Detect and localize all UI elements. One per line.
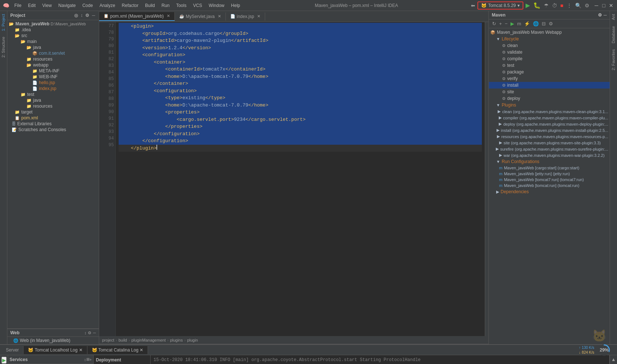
menu-view[interactable]: View	[39, 2, 55, 9]
tab-indexjsp-close[interactable]: ✕	[257, 14, 260, 19]
debug-icon-btn[interactable]: ⬅	[470, 2, 476, 9]
maven-install[interactable]: ⚙ install	[489, 82, 610, 89]
maven-rc-tomcat[interactable]: m Maven_javaWeb [tomcat:run] (tomcat:run…	[489, 183, 610, 188]
search-everywhere-button[interactable]: 🔍	[574, 2, 582, 9]
menu-tools[interactable]: Tools	[173, 2, 190, 9]
maven-plugin-site[interactable]: ▶ site (org.apache.maven.plugins:maven-s…	[489, 140, 610, 146]
maven-site[interactable]: ⚙ site	[489, 89, 610, 95]
maven-package[interactable]: ⚙ package	[489, 69, 610, 75]
tree-item-src[interactable]: 📂 src	[7, 33, 99, 39]
tree-item-pomxml[interactable]: 📋 pom.xml	[7, 115, 99, 121]
settings-button[interactable]: ⚙	[584, 2, 591, 9]
menu-file[interactable]: File	[11, 2, 24, 9]
services-tree-add-btn[interactable]: +	[90, 357, 92, 362]
maven-rc-cargo[interactable]: m Maven_javaWeb [cargo:start] (cargo:sta…	[489, 165, 610, 171]
bottom-tab-tomcat-catalina[interactable]: 🐱 Tomcat Catalina Log ✕	[87, 346, 148, 354]
services-run-btn[interactable]: ▶	[1, 357, 7, 364]
maven-plugin-install[interactable]: ▶ install (org.apache.maven.plugins:mave…	[489, 127, 610, 133]
stop-button[interactable]: ■	[559, 2, 564, 9]
code-editor[interactable]: <plugin> <groupId>org.codehaus.cargo</gr…	[116, 22, 485, 336]
sidebar-tab-database[interactable]: Database	[610, 23, 617, 46]
more-button[interactable]: ⋮	[566, 2, 573, 9]
tree-item-idea[interactable]: 📁 .idea	[7, 27, 99, 33]
maven-runconfigs-group[interactable]: ▼ Run Configurations	[489, 158, 610, 165]
maven-plugin-clean[interactable]: ▶ clean (org.apache.maven.plugins:maven-…	[489, 108, 610, 115]
maven-plugin-resources[interactable]: ▶ resources (org.apache.maven.plugins:ma…	[489, 133, 610, 140]
project-locate-icon[interactable]: ◎	[73, 12, 79, 18]
tree-item-scratches[interactable]: 📝 Scratches and Consoles	[7, 127, 99, 133]
tab-indexjsp[interactable]: 📄 index.jsp ✕	[226, 12, 265, 21]
menu-vcs[interactable]: VCS	[190, 2, 205, 9]
tree-item-root[interactable]: 📂 Maven_javaWeb D:\Maven_javaWeb	[7, 21, 99, 27]
maven-deploy[interactable]: ⚙ deploy	[489, 95, 610, 102]
maven-refresh-btn[interactable]: ↻	[491, 21, 497, 27]
maven-settings-btn[interactable]: ⚙	[548, 21, 554, 27]
coverage-button[interactable]: ☂	[543, 2, 550, 9]
menu-window[interactable]: Window	[206, 2, 227, 9]
tab-pomxml[interactable]: 📋 pom.xml (Maven_javaWeb) ✕	[99, 12, 175, 21]
maven-collapse-btn[interactable]: ⊟	[541, 21, 547, 27]
maven-close-icon[interactable]: ─	[603, 12, 607, 18]
profile-button[interactable]: ⏱	[551, 2, 558, 9]
menu-run[interactable]: Run	[159, 2, 173, 9]
tree-item-web-item[interactable]: 🌐 Web (in Maven_javaWeb)	[9, 338, 97, 343]
maven-run-configs-btn[interactable]: m	[516, 21, 522, 27]
maven-rc-tomcat7[interactable]: m Maven_javaWeb [tomcat7:run] (tomcat7:r…	[489, 177, 610, 183]
menu-build[interactable]: Build	[142, 2, 158, 9]
tree-item-main[interactable]: 📂 main	[7, 39, 99, 44]
maven-plugin-war[interactable]: ▶ war (org.apache.maven.plugins:maven-wa…	[489, 152, 610, 158]
tree-item-test-java[interactable]: 📁 java	[7, 97, 99, 103]
maven-skip-tests-btn[interactable]: ⚡	[523, 21, 531, 27]
tree-item-indexjsp[interactable]: 📄 index.jsp	[7, 86, 99, 91]
tree-item-resources[interactable]: 📁 resources	[7, 56, 99, 62]
maximize-button[interactable]: □	[601, 3, 607, 8]
menu-navigate[interactable]: Navigate	[55, 2, 79, 9]
maven-clean[interactable]: ⚙ clean	[489, 42, 610, 49]
tree-item-package[interactable]: 📦 com.it.servlet	[7, 50, 99, 56]
sidebar-tab-structure[interactable]: 2: Structure	[0, 34, 7, 61]
maven-plugins-group[interactable]: ▼ Plugins	[489, 102, 610, 108]
bc-plugin[interactable]: plugin	[187, 338, 198, 342]
tab-pomxml-close[interactable]: ✕	[167, 14, 170, 18]
maven-add-btn[interactable]: +	[498, 21, 503, 27]
maven-dependencies-group[interactable]: ▶ Dependencies	[489, 188, 610, 195]
tree-item-test[interactable]: 📁 test	[7, 91, 99, 97]
maven-remove-btn[interactable]: −	[504, 21, 509, 27]
maven-verify[interactable]: ⚙ verify	[489, 75, 610, 82]
menu-refactor[interactable]: Refactor	[119, 2, 141, 9]
tree-item-test-resources[interactable]: 📁 resources	[7, 103, 99, 109]
maven-lifecycle-group[interactable]: ▼ Lifecycle	[489, 36, 610, 42]
maven-compile[interactable]: ⚙ compile	[489, 55, 610, 62]
sidebar-tab-favorites[interactable]: 2: Favorites	[610, 46, 617, 73]
maven-show-deps-btn[interactable]: 🌐	[532, 21, 540, 27]
minimize-button[interactable]: ─	[593, 3, 599, 8]
maven-plugin-deploy[interactable]: ▶ deploy (org.apache.maven.plugins:maven…	[489, 121, 610, 127]
bc-project[interactable]: project	[102, 338, 114, 342]
tree-item-external-libs[interactable]: 🗄 External Libraries	[7, 121, 99, 127]
editor-scrollbar[interactable]	[485, 22, 488, 336]
tree-item-java[interactable]: 📂 java	[7, 44, 99, 50]
menu-edit[interactable]: Edit	[25, 2, 39, 9]
maven-settings-icon[interactable]: ⚙	[598, 12, 602, 18]
maven-plugin-compiler[interactable]: ▶ compiler (org.apache.maven.plugins:mav…	[489, 115, 610, 121]
tab-myservlet-close[interactable]: ✕	[218, 14, 221, 19]
tree-item-hellojsp[interactable]: 📄 hello.jsp	[7, 80, 99, 86]
project-close-icon[interactable]: ─	[91, 12, 96, 18]
maven-plugin-surefire[interactable]: ▶ surefire (org.apache.maven.plugins:mav…	[489, 146, 610, 152]
bc-plugins[interactable]: plugins	[170, 338, 183, 342]
tree-item-webapp[interactable]: 📂 webapp	[7, 62, 99, 68]
bc-build[interactable]: build	[119, 338, 127, 342]
project-sort-icon[interactable]: ↕	[80, 12, 83, 18]
services-tree-filter-btn[interactable]: ⊞	[86, 357, 90, 362]
menu-code[interactable]: Code	[79, 2, 96, 9]
sidebar-tab-project[interactable]: 1: Project	[0, 11, 7, 34]
tree-item-webinf[interactable]: 📁 WEB-INF	[7, 74, 99, 80]
maven-run-btn[interactable]: ▶	[509, 21, 515, 27]
scroll-up-btn[interactable]: ▲	[610, 356, 617, 363]
bottom-tab-tomcat-localhost[interactable]: 🐱 Tomcat Localhost Log ✕	[24, 346, 87, 354]
bottom-tab-server[interactable]: Server	[1, 346, 24, 354]
menu-analyze[interactable]: Analyze	[97, 2, 118, 9]
tree-item-target[interactable]: 📁 target	[7, 109, 99, 115]
run-button[interactable]: ▶	[524, 1, 531, 10]
web-panel-close-icon[interactable]: ─	[93, 331, 96, 335]
